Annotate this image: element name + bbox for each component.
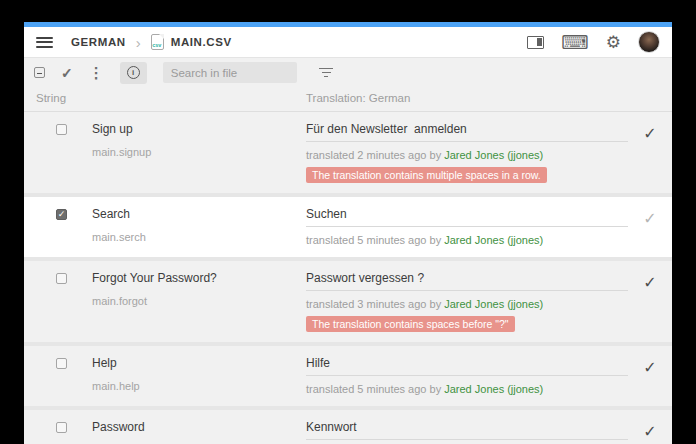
info-button[interactable]: i (120, 62, 147, 84)
translation-meta: translated 5 minutes ago by Jared Jones … (306, 383, 628, 396)
approve-check-icon[interactable]: ✓ (643, 275, 656, 332)
approve-check-icon[interactable]: ✓ (643, 211, 656, 247)
translation-meta: translated 3 minutes ago by Jared Jones … (306, 298, 628, 311)
breadcrumb-project[interactable]: GERMAN (71, 36, 126, 48)
column-headers: String Translation: German (24, 87, 672, 112)
row-checkbox[interactable]: ✓ (56, 209, 67, 220)
translation-meta: translated 2 minutes ago by Jared Jones … (306, 149, 628, 162)
translation-text[interactable]: Passwort vergessen ? (306, 271, 628, 291)
translation-author: Jared Jones (jjones) (444, 383, 543, 395)
translation-author: Jared Jones (jjones) (444, 234, 543, 246)
table-row[interactable]: Help main.help Hilfe translated 5 minute… (24, 346, 672, 406)
titlebar-actions: ⌨ ⚙ (527, 31, 660, 53)
warning-badge: The translation contains multiple spaces… (306, 167, 547, 183)
asset-key: main.serch (92, 231, 306, 244)
translation-meta: translated 5 minutes ago by Jared Jones … (306, 234, 628, 247)
info-icon: i (127, 66, 140, 79)
approve-all-check-icon[interactable]: ✓ (61, 65, 73, 81)
row-checkbox[interactable] (56, 273, 67, 284)
table-row[interactable]: Password main.password Kennwort translat… (24, 410, 672, 444)
table-row[interactable]: ✓ Search main.serch Suchen translated 5 … (24, 197, 672, 257)
search-input[interactable] (163, 62, 297, 83)
warning-badge: The translation contains spaces before "… (306, 316, 515, 332)
translation-text[interactable]: Hilfe (306, 356, 628, 376)
row-checkbox[interactable] (56, 422, 67, 433)
translation-text[interactable]: Für den Newsletter anmelden (306, 122, 628, 142)
row-checkbox[interactable] (56, 358, 67, 369)
title-bar: GERMAN › csv MAIN.CSV ⌨ ⚙ (24, 27, 672, 58)
asset-key: main.signup (92, 146, 306, 159)
source-string: Sign up (92, 122, 306, 136)
translation-text[interactable]: Suchen (306, 207, 628, 227)
toolbar: ✓ ⋮ i (24, 58, 672, 87)
more-options-kebab-icon[interactable]: ⋮ (89, 64, 104, 82)
user-avatar[interactable] (638, 31, 660, 53)
asset-key: main.forgot (92, 295, 306, 308)
rows-list: Sign up main.signup Für den Newsletter a… (24, 112, 672, 444)
approve-check-icon[interactable]: ✓ (643, 126, 656, 183)
keyboard-icon[interactable]: ⌨ (561, 33, 588, 52)
asset-key: main.help (92, 380, 306, 393)
table-row[interactable]: Sign up main.signup Für den Newsletter a… (24, 112, 672, 193)
translation-author: Jared Jones (jjones) (444, 298, 543, 310)
app-window: GERMAN › csv MAIN.CSV ⌨ ⚙ ✓ ⋮ i String T… (24, 22, 672, 444)
csv-file-icon: csv (151, 34, 164, 50)
source-string: Help (92, 356, 306, 370)
row-checkbox[interactable] (56, 124, 67, 135)
source-string: Forgot Your Password? (92, 271, 306, 285)
menu-icon[interactable] (36, 37, 53, 48)
source-string: Search (92, 207, 306, 221)
filter-icon[interactable] (319, 68, 334, 78)
select-all-checkbox[interactable] (34, 67, 45, 78)
translation-author: Jared Jones (jjones) (444, 149, 543, 161)
approve-check-icon[interactable]: ✓ (643, 360, 656, 396)
settings-gear-icon[interactable]: ⚙ (606, 34, 621, 51)
csv-file-badge: csv (152, 42, 161, 48)
breadcrumb-file[interactable]: MAIN.CSV (171, 36, 232, 48)
column-header-translation: Translation: German (306, 92, 410, 104)
table-row[interactable]: Forgot Your Password? main.forgot Passwo… (24, 261, 672, 342)
source-string: Password (92, 420, 306, 434)
column-header-string: String (36, 92, 66, 104)
approve-check-icon[interactable]: ✓ (643, 424, 656, 444)
chevron-right-icon: › (136, 35, 141, 50)
translation-text[interactable]: Kennwort (306, 420, 628, 440)
side-panel-icon[interactable] (527, 36, 544, 49)
